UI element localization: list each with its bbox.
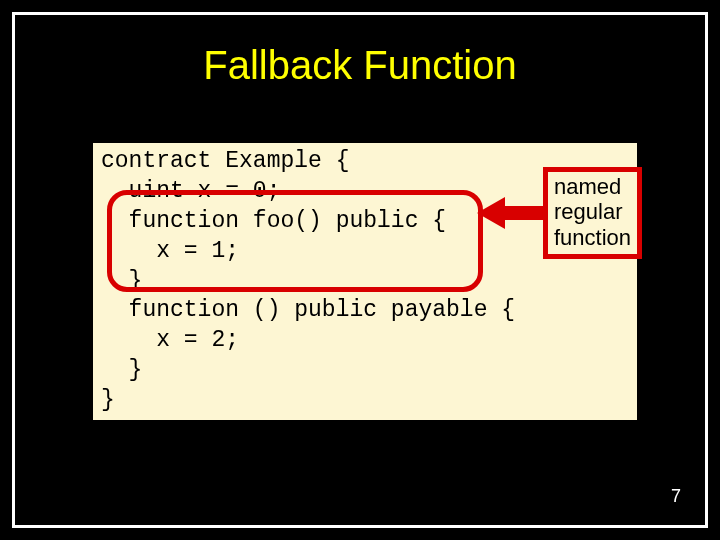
slide-frame: Fallback Function contract Example { uin… (12, 12, 708, 528)
callout-line-3: function (554, 225, 631, 250)
code-line-2: uint x = 0; (101, 178, 280, 204)
code-line-1: contract Example { (101, 148, 349, 174)
callout-line-2: regular (554, 199, 631, 224)
code-line-4: x = 1; (101, 238, 239, 264)
callout-named-regular-function: named regular function (543, 167, 642, 259)
code-line-5: } (101, 268, 142, 294)
code-line-3: function foo() public { (101, 208, 446, 234)
slide-title: Fallback Function (15, 43, 705, 88)
page-number: 7 (671, 486, 681, 507)
code-line-8: } (101, 357, 142, 383)
code-line-7: x = 2; (101, 327, 239, 353)
callout-line-1: named (554, 174, 631, 199)
code-line-6: function () public payable { (101, 297, 515, 323)
code-line-9: } (101, 387, 115, 413)
